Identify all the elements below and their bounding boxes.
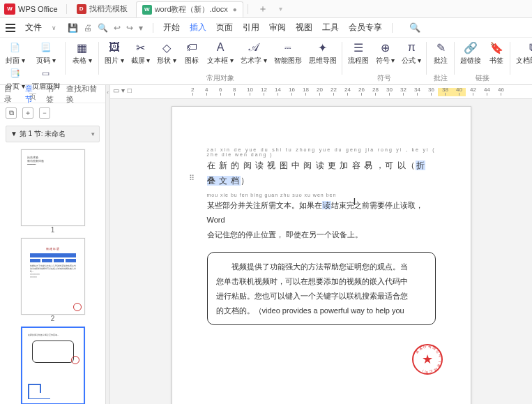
textbox-shape[interactable]: 视频提供了功能强大的方法帮助您证明您的观点。当 您单击联机视频时，可以在想要添加…: [207, 252, 436, 326]
thumb-wrapper: 新 建 标 题 视频提供了功能强大的方法帮助您证明您的观点当您单击联机视频时可以…: [21, 238, 85, 322]
btn-pagenum[interactable]: 📃页码 ▾: [31, 40, 61, 66]
bookmark-icon: 🔖: [489, 40, 503, 54]
btn-docparts[interactable]: ⧉文档部件 ▾: [515, 40, 532, 66]
ruler-tick: 2: [191, 87, 194, 96]
comment-icon: ✎: [434, 40, 448, 54]
nav-tool-remove[interactable]: －: [39, 107, 50, 119]
wordart-icon: 𝒜: [247, 40, 261, 54]
box-line: 进行粘贴。您也可以键入一个关键字以联机搜索最适合您: [216, 289, 427, 304]
group-label: 链接: [476, 73, 489, 83]
add-tab-button[interactable]: ＋: [252, 1, 273, 17]
menu-ref[interactable]: 引用: [243, 22, 259, 33]
nav-tool-layout[interactable]: ⧉: [6, 107, 17, 119]
menu-file[interactable]: 文件: [25, 22, 42, 33]
textbox-icon: A: [213, 40, 227, 54]
ruler-corner[interactable]: ▭ ▾□: [113, 87, 132, 94]
page-thumbnail[interactable]: 抢先体验新功能新体验━━━━━━: [21, 149, 85, 226]
ruler-tick: 4: [205, 87, 208, 96]
image-icon: 🖼: [107, 40, 121, 54]
btn-shapes[interactable]: ◇形状 ▾: [155, 40, 178, 66]
ruler-tick: 34: [414, 87, 420, 96]
preview-icon[interactable]: 🔍: [98, 23, 108, 33]
search-icon[interactable]: 🔍: [409, 22, 420, 33]
menu-view[interactable]: 视图: [296, 22, 312, 33]
hamburger-icon[interactable]: [6, 24, 15, 32]
page-thumbnail-selected[interactable]: 在新的阅读视图中阅读更加容易…: [21, 327, 85, 404]
ruler-tick: 28: [372, 87, 379, 96]
ruler-tick: 32: [400, 87, 406, 96]
ruler-tick: 42: [470, 87, 476, 96]
tab-menu[interactable]: ▾: [279, 5, 282, 13]
btn-textbox[interactable]: A文本框 ▾: [206, 40, 235, 66]
thumb-preview: 抢先体验新功能新体验━━━━━━: [22, 150, 84, 225]
page-thumbnail[interactable]: 新 建 标 题 视频提供了功能强大的方法帮助您证明您的观点当您单击联机视频时可以…: [21, 238, 85, 315]
document-page[interactable]: ⠿ zai xin de yue du shi tu zhong yue du …: [172, 106, 471, 404]
nav-tool-add[interactable]: ＋: [22, 107, 33, 119]
btn-break[interactable]: 📑分页 ▾: [4, 66, 26, 91]
ruler-tick: 10: [247, 87, 253, 96]
menu-start[interactable]: 开始: [163, 22, 180, 33]
btn-cover[interactable]: 📄封面 ▾: [4, 40, 26, 66]
shapes-icon: ◇: [160, 40, 174, 54]
seal-icon: [73, 303, 82, 311]
btn-bookmark[interactable]: 🔖书签: [487, 40, 506, 66]
break-icon: 📑: [8, 66, 22, 80]
close-icon[interactable]: ●: [233, 6, 237, 13]
menu-page[interactable]: 页面: [216, 22, 233, 33]
body-text[interactable]: 在 新 的 阅 读 视 图 中 阅 读 更 加 容 易 ，可 以（折 叠 文 档…: [207, 158, 436, 188]
anchor-icon[interactable]: ⠿: [189, 174, 192, 183]
tab-document[interactable]: W word教程（新）.docx ●: [136, 1, 243, 17]
btn-equation[interactable]: π公式 ▾: [400, 40, 423, 66]
ruler-tick: 46: [498, 87, 504, 96]
btn-symbol[interactable]: ⊕符号 ▾: [374, 40, 397, 66]
btn-icons[interactable]: 🏷图标: [182, 40, 202, 66]
btn-table[interactable]: ▦表格 ▾: [70, 40, 95, 66]
ruler-scale: 2468101214161820222426283032343638404244…: [187, 87, 532, 98]
tab-label: word教程（新）.docx: [155, 4, 228, 15]
pinyin-text: zai xin de yue du shi tu zhong yue du ge…: [207, 147, 436, 157]
document-canvas[interactable]: ⠿ zai xin de yue du shi tu zhong yue du …: [110, 99, 532, 404]
equation-icon: π: [404, 40, 418, 54]
menu-insert[interactable]: 插入: [190, 22, 206, 33]
menu-review[interactable]: 审阅: [269, 22, 286, 33]
redo-icon[interactable]: ↪: [126, 23, 133, 33]
menu-tools[interactable]: 工具: [322, 22, 339, 33]
ruler-tick: 22: [330, 87, 337, 96]
svg-text:某 某 行 有 限 公 司 （ 有 限 公 司 ）: 某 某 行 有 限 公 司 （ 有 限 公 司 ）: [413, 344, 442, 375]
btn-wordart[interactable]: 𝒜艺术字 ▾: [239, 40, 268, 66]
cover-icon: 📄: [8, 40, 22, 54]
btn-flowchart[interactable]: ☰流程图: [347, 40, 370, 66]
ruler-tick: 18: [303, 87, 309, 96]
btn-image[interactable]: 🖼图片 ▾: [103, 40, 126, 66]
btn-headerfooter[interactable]: ▭页眉页脚: [31, 66, 61, 91]
save-icon[interactable]: 💾: [68, 23, 78, 33]
nav-tab-find[interactable]: 查找和替换: [66, 84, 101, 105]
btn-hyperlink[interactable]: 🔗超链接: [459, 40, 482, 66]
group-label: 常用对象: [206, 73, 234, 83]
ruler-tick: 40: [456, 87, 462, 96]
horizontal-ruler[interactable]: ▭ ▾□ 24681012141618202224262830323436384…: [110, 85, 532, 99]
chevron-left-icon: ‹: [107, 89, 109, 96]
body-text[interactable]: 某些部分并关注所需文本。如果在读结束完之前需要停止读取， Word: [207, 198, 436, 227]
btn-smartart[interactable]: ⎓智能图形: [273, 40, 303, 66]
file-dd[interactable]: ∨: [52, 24, 56, 31]
btn-mindmap[interactable]: ✦思维导图: [307, 40, 338, 66]
qa-more[interactable]: ▾: [139, 23, 143, 33]
tab-template[interactable]: D 找稻壳模板: [71, 1, 133, 16]
ruler-tick: 44: [484, 87, 490, 96]
title-bar: W WPS Office D 找稻壳模板 W word教程（新）.docx ● …: [0, 0, 532, 18]
header-icon: ▭: [39, 66, 53, 80]
print-icon[interactable]: 🖨: [84, 23, 92, 33]
ruler-tick: 16: [289, 87, 295, 96]
section-header[interactable]: ▼ 第 1 节: 未命名 ▾: [6, 126, 100, 142]
seal-stamp[interactable]: ★ 某 某 行 有 限 公 司 （ 有 限 公 司 ）: [412, 344, 443, 375]
table-icon: ▦: [75, 40, 89, 54]
app-name: WPS Office: [18, 5, 58, 13]
btn-screenshot[interactable]: ✂截屏 ▾: [130, 40, 152, 66]
btn-comment[interactable]: ✎批注: [431, 40, 450, 66]
undo-icon[interactable]: ↩: [114, 23, 121, 33]
menu-vip[interactable]: 会员专享: [349, 22, 382, 33]
body-text[interactable]: 会记住您的停止位置， 即使在另一个设备上。: [207, 227, 436, 242]
thumb-preview: 在新的阅读视图中阅读更加容易…: [22, 328, 84, 403]
app-logo: W: [4, 3, 15, 15]
